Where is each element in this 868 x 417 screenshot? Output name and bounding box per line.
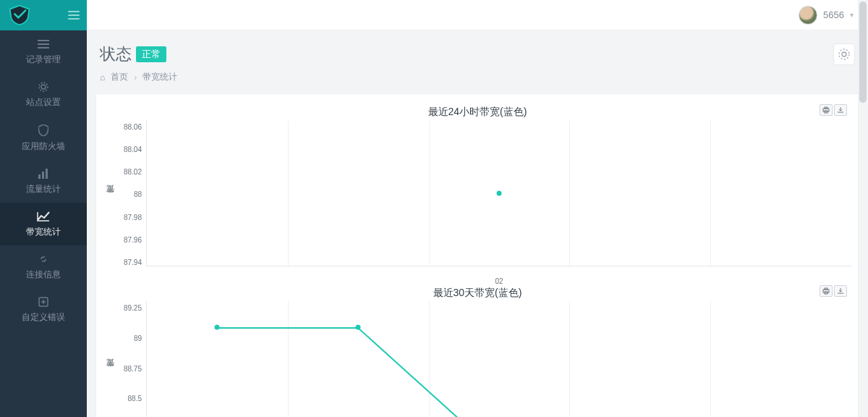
svg-rect-15 bbox=[825, 288, 827, 290]
sidebar-item-label: 应用防火墙 bbox=[22, 140, 65, 153]
scrollbar-thumb[interactable] bbox=[859, 1, 867, 103]
page-header: 状态 正常 bbox=[95, 38, 859, 71]
gear-icon bbox=[838, 49, 850, 60]
svg-rect-12 bbox=[825, 107, 827, 109]
download-icon bbox=[837, 106, 844, 114]
print-button[interactable] bbox=[820, 285, 833, 297]
sidebar-item-connections[interactable]: 连接信息 bbox=[0, 245, 87, 288]
shield-icon bbox=[38, 125, 48, 136]
data-point bbox=[356, 325, 361, 330]
breadcrumb-sep: › bbox=[134, 72, 137, 83]
line-chart-icon bbox=[37, 211, 50, 222]
print-icon bbox=[822, 106, 830, 114]
sidebar-item-label: 连接信息 bbox=[26, 269, 61, 281]
app-shield-icon bbox=[7, 4, 32, 26]
bar-chart-icon bbox=[38, 169, 49, 179]
topbar: 5656 ▾ bbox=[87, 0, 868, 30]
plus-square-icon bbox=[38, 297, 48, 307]
chart-title: 最近30天带宽(蓝色) bbox=[103, 282, 851, 301]
nav: 记录管理 站点设置 应用防火墙 流量统计 带宽统计 连接信息 bbox=[0, 30, 87, 417]
print-button[interactable] bbox=[820, 104, 833, 116]
plot-area[interactable]: 02 bbox=[146, 120, 851, 266]
chart-title: 最近24小时带宽(蓝色) bbox=[103, 101, 851, 120]
svg-rect-2 bbox=[38, 47, 49, 49]
print-icon bbox=[822, 287, 830, 295]
sidebar-item-bandwidth[interactable]: 带宽统计 bbox=[0, 203, 87, 245]
avatar bbox=[799, 6, 817, 25]
svg-rect-5 bbox=[38, 174, 41, 179]
svg-point-4 bbox=[39, 83, 48, 91]
status-badge: 正常 bbox=[136, 46, 166, 62]
sidebar-item-label: 记录管理 bbox=[26, 54, 61, 66]
chart-plot: 带宽 88.06 88.04 88.02 88 87.98 87.96 87.9… bbox=[103, 120, 851, 279]
y-axis: 89.25 89 88.75 88.5 88.25 bbox=[117, 301, 146, 417]
data-point bbox=[215, 325, 220, 330]
sidebar-item-waf[interactable]: 应用防火墙 bbox=[0, 116, 87, 160]
breadcrumb-current: 带宽统计 bbox=[142, 71, 177, 83]
sidebar-item-traffic[interactable]: 流量统计 bbox=[0, 160, 87, 203]
sidebar-item-records[interactable]: 记录管理 bbox=[0, 30, 87, 73]
svg-point-9 bbox=[842, 52, 846, 56]
home-icon: ⌂ bbox=[100, 72, 105, 83]
y-axis: 88.06 88.04 88.02 88 87.98 87.96 87.94 bbox=[117, 120, 146, 279]
gear-icon bbox=[38, 82, 48, 92]
logo-bar bbox=[0, 0, 87, 30]
sidebar: 记录管理 站点设置 应用防火墙 流量统计 带宽统计 连接信息 bbox=[0, 0, 87, 417]
link-icon bbox=[38, 254, 49, 264]
chart-24h: 最近24小时带宽(蓝色) 带宽 88.06 88.04 bbox=[103, 101, 851, 279]
sidebar-item-label: 自定义错误 bbox=[22, 311, 65, 324]
user-name: 5656 bbox=[823, 9, 844, 20]
svg-point-10 bbox=[839, 49, 849, 59]
chart-toolbar bbox=[820, 104, 847, 116]
sidebar-item-label: 带宽统计 bbox=[26, 226, 61, 238]
svg-rect-7 bbox=[46, 169, 48, 179]
download-icon bbox=[837, 287, 844, 295]
user-menu[interactable]: 5656 ▾ bbox=[799, 6, 854, 25]
list-icon bbox=[38, 39, 49, 49]
chart-30d: 最近30天带宽(蓝色) 带宽 89.25 89 bbox=[103, 282, 851, 417]
scrollbar[interactable] bbox=[858, 0, 868, 417]
sidebar-item-custom-error[interactable]: 自定义错误 bbox=[0, 288, 87, 331]
svg-rect-1 bbox=[38, 43, 49, 45]
chart-toolbar bbox=[820, 285, 847, 297]
svg-rect-0 bbox=[38, 40, 49, 41]
chevron-down-icon: ▾ bbox=[850, 11, 854, 19]
breadcrumb-home[interactable]: 首页 bbox=[111, 71, 128, 83]
line-segment bbox=[358, 327, 542, 417]
chart-plot: 带宽 89.25 89 88.75 88.5 88.25 bbox=[103, 301, 851, 417]
settings-button[interactable] bbox=[833, 43, 855, 65]
sidebar-item-label: 站点设置 bbox=[26, 96, 61, 109]
content: 状态 正常 ⌂ 首页 › 带宽统计 最近24小时带宽(蓝色) bbox=[87, 30, 868, 417]
svg-point-3 bbox=[41, 85, 46, 89]
data-point bbox=[497, 190, 502, 195]
plot-area[interactable] bbox=[146, 301, 851, 417]
svg-rect-6 bbox=[42, 172, 44, 179]
line-segment bbox=[217, 327, 358, 329]
sidebar-item-site-settings[interactable]: 站点设置 bbox=[0, 73, 87, 116]
sidebar-item-label: 流量统计 bbox=[26, 183, 61, 195]
main: 5656 ▾ 状态 正常 ⌂ 首页 › 带宽统计 bbox=[87, 0, 868, 417]
menu-toggle-icon[interactable] bbox=[68, 11, 80, 20]
title-block: 状态 正常 bbox=[100, 43, 166, 65]
breadcrumb: ⌂ 首页 › 带宽统计 bbox=[95, 71, 859, 93]
chart-card: 最近24小时带宽(蓝色) 带宽 88.06 88.04 bbox=[95, 93, 859, 417]
page-title: 状态 bbox=[100, 43, 132, 65]
download-button[interactable] bbox=[834, 104, 847, 116]
download-button[interactable] bbox=[834, 285, 847, 297]
